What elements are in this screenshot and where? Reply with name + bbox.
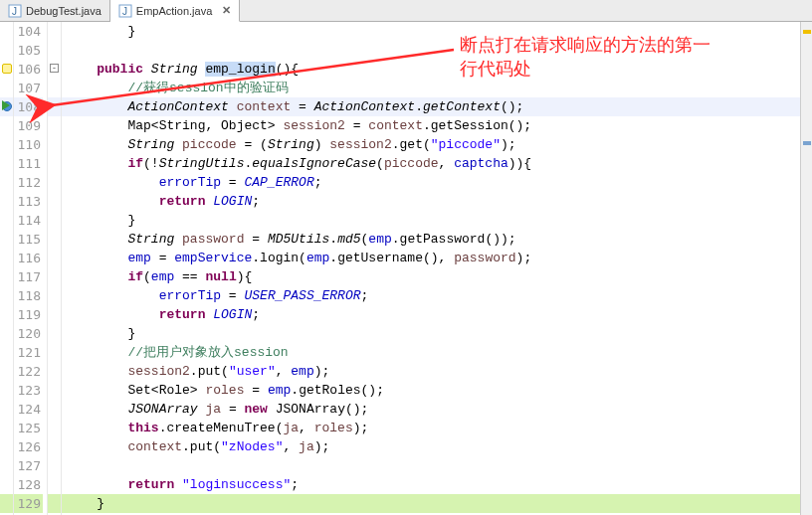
fold-cell[interactable] (48, 324, 61, 343)
fold-cell[interactable] (48, 249, 61, 267)
gutter-marker[interactable] (0, 456, 13, 475)
code-area[interactable]: } public String emp_login(){ //获得session… (62, 22, 800, 515)
code-line[interactable]: Set<Role> roles = emp.getRoles(); (62, 381, 800, 400)
gutter-marker[interactable] (0, 324, 13, 343)
gutter-marker[interactable] (0, 79, 13, 97)
fold-cell[interactable] (48, 419, 61, 437)
gutter-marker[interactable] (0, 400, 13, 419)
code-line[interactable]: String piccode = (String) session2.get("… (62, 135, 800, 154)
code-line[interactable]: //把用户对象放入session (62, 343, 800, 362)
gutter-marker[interactable] (0, 475, 13, 494)
fold-cell[interactable] (48, 211, 61, 230)
gutter-marker[interactable] (0, 494, 13, 513)
tab-bar: J DebugTest.java J EmpAction.java ✕ (0, 0, 812, 22)
fold-cell[interactable] (48, 41, 61, 60)
code-line[interactable]: if(!StringUtils.equalsIgnoreCase(piccode… (62, 154, 800, 173)
gutter-marker[interactable] (0, 60, 13, 79)
fold-cell[interactable] (48, 456, 61, 475)
code-line[interactable]: this.createMenuTree(ja, roles); (62, 419, 800, 437)
code-line[interactable]: if(emp == null){ (62, 267, 800, 286)
tab-empaction[interactable]: J EmpAction.java ✕ (110, 0, 240, 22)
fold-cell[interactable] (48, 343, 61, 362)
fold-cell[interactable] (48, 135, 61, 154)
execution-pointer-icon (2, 100, 10, 110)
code-line[interactable] (62, 41, 800, 60)
gutter-marker[interactable] (0, 116, 13, 135)
code-line[interactable]: errorTip = CAP_ERROR; (62, 173, 800, 192)
fold-cell[interactable] (48, 154, 61, 173)
code-line[interactable]: } (62, 211, 800, 230)
code-line[interactable]: session2.put("user", emp); (62, 362, 800, 381)
fold-cell[interactable] (48, 230, 61, 249)
gutter-marker[interactable] (0, 267, 13, 286)
code-line[interactable]: Map<String, Object> session2 = context.g… (62, 116, 800, 135)
fold-cell[interactable] (48, 173, 61, 192)
gutter-marker[interactable] (0, 230, 13, 249)
fold-cell[interactable] (48, 97, 61, 116)
fold-cell[interactable] (48, 267, 61, 286)
fold-cell[interactable] (48, 494, 61, 513)
java-file-icon: J (8, 4, 22, 18)
line-number: 121 (14, 343, 43, 362)
gutter-marker[interactable] (0, 381, 13, 400)
fold-collapse-icon[interactable]: - (50, 64, 59, 73)
fold-cell[interactable] (48, 381, 61, 400)
gutter-marker[interactable] (0, 362, 13, 381)
code-line[interactable]: return LOGIN; (62, 305, 800, 324)
gutter-marker[interactable] (0, 419, 13, 437)
gutter-marker[interactable] (0, 286, 13, 305)
code-line[interactable]: //获得session中的验证码 (62, 79, 800, 97)
code-line[interactable]: JSONArray ja = new JSONArray(); (62, 400, 800, 419)
code-line[interactable]: return LOGIN; (62, 192, 800, 211)
line-number: 128 (14, 475, 43, 494)
fold-cell[interactable] (48, 362, 61, 381)
code-line[interactable]: return "loginsuccess"; (62, 475, 800, 494)
line-number: 125 (14, 419, 43, 437)
gutter-marker[interactable] (0, 437, 13, 456)
line-number: 109 (14, 116, 43, 135)
code-line[interactable]: context.put("zNodes", ja); (62, 437, 800, 456)
fold-cell[interactable] (48, 400, 61, 419)
code-line[interactable]: ActionContext context = ActionContext.ge… (62, 97, 800, 116)
gutter-marker[interactable] (0, 305, 13, 324)
code-editor[interactable]: 1041051061071081091101111121131141151161… (0, 22, 812, 515)
code-line[interactable]: String password = MD5Utils.md5(emp.getPa… (62, 230, 800, 249)
gutter-marker[interactable] (0, 97, 13, 116)
overview-mark[interactable] (803, 141, 811, 145)
fold-cell[interactable] (48, 305, 61, 324)
line-number: 117 (14, 267, 43, 286)
gutter-marker[interactable] (0, 22, 13, 41)
fold-cell[interactable] (48, 475, 61, 494)
code-line[interactable]: } (62, 22, 800, 41)
gutter-marker[interactable] (0, 41, 13, 60)
fold-cell[interactable] (48, 22, 61, 41)
overview-mark[interactable] (803, 30, 811, 34)
fold-cell[interactable] (48, 192, 61, 211)
code-line[interactable]: } (62, 324, 800, 343)
fold-cell[interactable] (48, 116, 61, 135)
marker-column[interactable] (0, 22, 14, 515)
code-line[interactable]: errorTip = USER_PASS_ERROR; (62, 286, 800, 305)
gutter-marker[interactable] (0, 211, 13, 230)
java-file-icon: J (118, 4, 132, 18)
close-icon[interactable]: ✕ (222, 4, 231, 17)
code-line[interactable]: public String emp_login(){ (62, 60, 800, 79)
gutter-marker[interactable] (0, 249, 13, 267)
gutter-marker[interactable] (0, 192, 13, 211)
code-line[interactable]: emp = empService.login(emp.getUsername()… (62, 249, 800, 267)
fold-cell[interactable] (48, 79, 61, 97)
line-number: 113 (14, 192, 43, 211)
fold-cell[interactable]: - (48, 60, 61, 79)
gutter-marker[interactable] (0, 343, 13, 362)
fold-cell[interactable] (48, 437, 61, 456)
overview-ruler[interactable] (800, 22, 812, 515)
tab-debugtest[interactable]: J DebugTest.java (0, 0, 110, 21)
code-line[interactable] (62, 456, 800, 475)
gutter-marker[interactable] (0, 173, 13, 192)
gutter-marker[interactable] (0, 154, 13, 173)
gutter-marker[interactable] (0, 135, 13, 154)
fold-column[interactable]: - (48, 22, 62, 515)
fold-cell[interactable] (48, 286, 61, 305)
line-number: 115 (14, 230, 43, 249)
code-line[interactable]: } (62, 494, 800, 513)
